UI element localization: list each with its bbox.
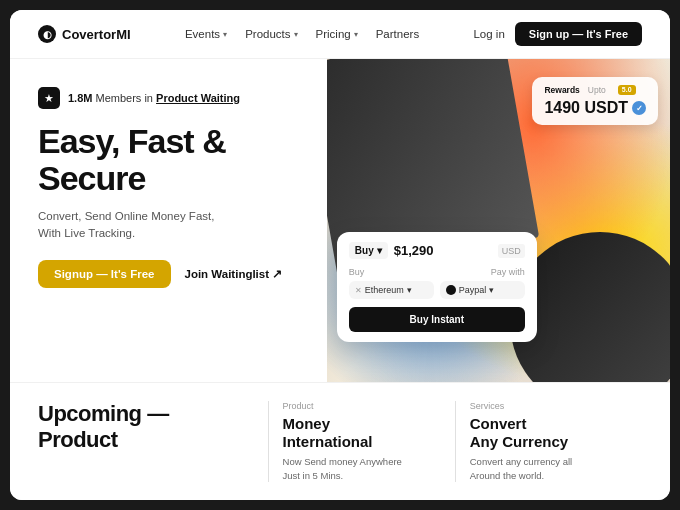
logo-text: CovertorMI [62, 27, 131, 42]
hero-visual: Rewards Upto 5.0 1490 USDT ✓ Buy ▾ [327, 59, 670, 382]
members-badge: ★ 1.8M Members in Product Waiting [38, 87, 299, 109]
rewards-tab[interactable]: Rewards [544, 85, 579, 95]
paywith-label: Pay with [491, 267, 525, 277]
chevron-down-icon: ▾ [407, 285, 412, 295]
signup-primary-button[interactable]: Signup — It's Free [38, 260, 171, 288]
product-title: ConvertAny Currency [470, 415, 628, 451]
product-description: Convert any currency allAround the world… [470, 455, 628, 482]
login-button[interactable]: Log in [473, 28, 504, 40]
page-wrapper: ◐ CovertorMI Events ▾ Products ▾ Pricing… [10, 10, 670, 500]
rewards-card: Rewards Upto 5.0 1490 USDT ✓ [532, 77, 658, 125]
hero-title: Easy, Fast & Secure [38, 123, 299, 198]
upto-tab[interactable]: Upto [588, 85, 606, 95]
rewards-tabs: Rewards Upto 5.0 [544, 85, 646, 95]
navbar: ◐ CovertorMI Events ▾ Products ▾ Pricing… [10, 10, 670, 59]
waitlist-button[interactable]: Join Waitinglist ↗ [185, 267, 283, 281]
navbar-nav: Events ▾ Products ▾ Pricing ▾ Partners [185, 28, 419, 40]
widget-top-row: Buy ▾ $1,290 USD [349, 242, 525, 259]
product-waiting-link[interactable]: Product Waiting [156, 92, 240, 104]
navbar-actions: Log in Sign up — It's Free [473, 22, 642, 46]
paypal-icon [446, 285, 456, 295]
nav-events[interactable]: Events ▾ [185, 28, 227, 40]
product-description: Now Send money AnywhereJust in 5 Mins. [283, 455, 441, 482]
rewards-amount: 1490 USDT ✓ [544, 99, 646, 117]
check-icon: ✓ [632, 101, 646, 115]
logo-icon: ◐ [38, 25, 56, 43]
chevron-down-icon: ▾ [489, 285, 494, 295]
close-icon: ✕ [355, 286, 362, 295]
buy-instant-button[interactable]: Buy Instant [349, 307, 525, 332]
members-text: 1.8M Members in Product Waiting [68, 92, 240, 104]
hero-section: ★ 1.8M Members in Product Waiting Easy, … [10, 59, 670, 382]
product-category: Services [470, 401, 628, 411]
nav-partners[interactable]: Partners [376, 28, 419, 40]
widget-selects-row: ✕ Ethereum ▾ Paypal ▾ [349, 281, 525, 299]
upcoming-title: Upcoming —Product [38, 401, 268, 452]
currency-label: USD [498, 244, 525, 258]
logo[interactable]: ◐ CovertorMI [38, 25, 131, 43]
paypal-select[interactable]: Paypal ▾ [440, 281, 525, 299]
product-category: Product [283, 401, 441, 411]
product-title: MoneyInternational [283, 415, 441, 451]
signup-button[interactable]: Sign up — It's Free [515, 22, 642, 46]
buy-widget: Buy ▾ $1,290 USD Buy Pay with ✕ Ethereum [337, 232, 537, 342]
chevron-down-icon: ▾ [294, 30, 298, 39]
buy-select[interactable]: Buy ▾ [349, 242, 388, 259]
coin-select[interactable]: ✕ Ethereum ▾ [349, 281, 434, 299]
product-money-international: Product MoneyInternational Now Send mone… [268, 401, 455, 482]
rewards-badge: 5.0 [618, 85, 636, 95]
hero-subtitle: Convert, Send Online Money Fast, With Li… [38, 208, 238, 243]
nav-products[interactable]: Products ▾ [245, 28, 297, 40]
product-convert-currency: Services ConvertAny Currency Convert any… [455, 401, 642, 482]
upcoming-product: Upcoming —Product [38, 401, 268, 482]
chevron-down-icon: ▾ [223, 30, 227, 39]
chevron-down-icon: ▾ [354, 30, 358, 39]
buy-label: Buy [349, 267, 365, 277]
bottom-section: Upcoming —Product Product MoneyInternati… [10, 382, 670, 500]
hero-right: Rewards Upto 5.0 1490 USDT ✓ Buy ▾ [327, 59, 670, 382]
widget-labels-row: Buy Pay with [349, 267, 525, 277]
star-icon: ★ [38, 87, 60, 109]
bottom-products: Product MoneyInternational Now Send mone… [268, 401, 642, 482]
amount-display: $1,290 [394, 243, 492, 258]
nav-pricing[interactable]: Pricing ▾ [316, 28, 358, 40]
hero-cta: Signup — It's Free Join Waitinglist ↗ [38, 260, 299, 288]
hero-left: ★ 1.8M Members in Product Waiting Easy, … [10, 59, 327, 382]
chevron-down-icon: ▾ [377, 245, 382, 256]
